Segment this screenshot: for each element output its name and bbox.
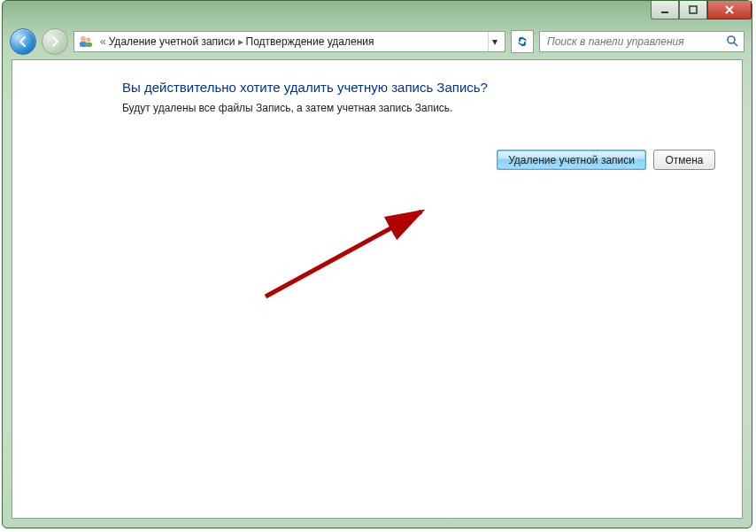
breadcrumb-overflow-icon[interactable]: «: [100, 35, 106, 48]
breadcrumb-item-1[interactable]: Удаление учетной записи: [109, 35, 235, 48]
annotation-arrow: [260, 197, 437, 304]
svg-line-7: [734, 42, 737, 46]
breadcrumb-separator-icon: ▸: [238, 35, 243, 48]
navigation-row: « Удаление учетной записи ▸ Подтверждени…: [10, 27, 744, 56]
forward-button[interactable]: [42, 28, 68, 55]
content-pane: Вы действительно хотите удалить учетную …: [12, 59, 743, 519]
search-box[interactable]: [539, 31, 744, 52]
control-panel-window: « Удаление учетной записи ▸ Подтверждени…: [2, 0, 752, 528]
svg-rect-1: [690, 6, 697, 13]
delete-account-button[interactable]: Удаление учетной записи: [497, 150, 646, 170]
button-row: Удаление учетной записи Отмена: [122, 150, 721, 170]
close-button[interactable]: [707, 1, 752, 19]
svg-rect-3: [80, 42, 87, 47]
window-controls: [651, 1, 752, 20]
breadcrumb-item-2[interactable]: Подтверждение удаления: [246, 35, 374, 48]
page-description: Будут удалены все файлы Запись, а затем …: [122, 102, 721, 114]
address-dropdown-icon[interactable]: ▾: [488, 32, 501, 51]
svg-rect-0: [661, 12, 668, 13]
svg-line-8: [266, 212, 421, 297]
address-bar[interactable]: « Удаление учетной записи ▸ Подтверждени…: [73, 31, 505, 52]
svg-point-6: [728, 36, 735, 43]
svg-rect-5: [86, 42, 92, 47]
maximize-button[interactable]: [679, 1, 707, 19]
svg-point-2: [81, 36, 86, 42]
refresh-button[interactable]: [511, 30, 534, 53]
svg-point-4: [87, 38, 91, 42]
minimize-button[interactable]: [651, 1, 679, 19]
search-input[interactable]: [545, 35, 726, 49]
back-button[interactable]: [10, 28, 36, 55]
page-heading: Вы действительно хотите удалить учетную …: [122, 80, 721, 95]
search-icon[interactable]: [726, 35, 738, 50]
cancel-button[interactable]: Отмена: [653, 150, 715, 170]
user-accounts-icon: [78, 34, 94, 50]
